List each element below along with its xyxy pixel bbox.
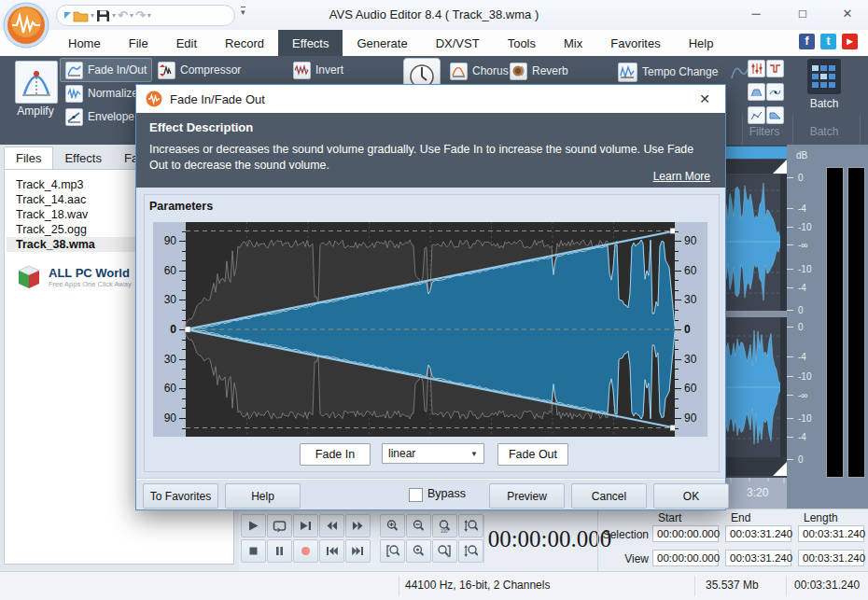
filter-eq-icon[interactable] (748, 60, 765, 77)
level-meter-right (847, 167, 865, 478)
filter-shelf-icon[interactable] (766, 106, 784, 124)
menu-tab-generate[interactable]: Generate (343, 30, 421, 56)
timeline-ruler[interactable]: 3:20 (726, 478, 787, 509)
zoom-selection-button[interactable] (406, 539, 431, 563)
maximize-button[interactable]: ☐ (789, 5, 817, 23)
panel-tab-effects[interactable]: Effects (53, 147, 113, 170)
chart-tick-label: 30 (164, 353, 176, 366)
to-favorites-button[interactable]: To Favorites (143, 483, 218, 509)
youtube-icon[interactable]: ▸ (842, 34, 858, 49)
menu-tab-effects[interactable]: Effects (278, 30, 343, 56)
forward-button[interactable] (345, 514, 371, 537)
tempo-change-button[interactable]: Tempo Change (612, 60, 723, 84)
selection-end-field[interactable]: 00:03:31.240 (725, 525, 791, 542)
facebook-icon[interactable]: f (799, 34, 815, 49)
play-to-end-button[interactable] (293, 514, 318, 537)
fade-in-out-button[interactable]: Fade In/Out (60, 58, 152, 82)
chart-tick-label: 60 (164, 382, 176, 395)
menu-tab-record[interactable]: Record (211, 30, 278, 56)
zoom-vertical-button[interactable] (458, 514, 483, 537)
amplify-button[interactable] (15, 61, 58, 104)
pan-bar-bottom[interactable] (726, 457, 787, 476)
menu-tab-dxvst[interactable]: DX/VST (422, 30, 494, 56)
allpcworld-logo: ALL PC World Free Apps One Click Away (17, 264, 132, 290)
go-to-end-button[interactable] (345, 539, 371, 563)
db-scale-label: -∞ (798, 390, 807, 400)
curve-type-select[interactable]: linear ▼ (382, 443, 484, 464)
menu-tab-help[interactable]: Help (675, 30, 728, 56)
chart-tick-label: 90 (684, 234, 696, 247)
dialog-close-icon[interactable]: ✕ (693, 91, 716, 106)
normalize-button[interactable]: Normalize (60, 81, 144, 105)
selection-length-field[interactable]: 00:03:31.240 (798, 525, 864, 542)
bypass-checkbox[interactable] (409, 488, 423, 502)
view-length-field[interactable]: 00:03:31.240 (798, 550, 864, 566)
compressor-icon (158, 62, 175, 79)
zoom-selection-end-button[interactable] (432, 539, 457, 563)
view-end-field[interactable]: 00:03:31.240 (725, 550, 791, 566)
play-button[interactable] (241, 514, 266, 537)
fade-in-button[interactable]: Fade In (300, 443, 371, 466)
record-button[interactable] (293, 539, 318, 563)
menu-tab-favorites[interactable]: Favorites (596, 30, 674, 56)
envelope-icon (65, 108, 83, 126)
help-button[interactable]: Help (225, 483, 301, 509)
batch-button[interactable] (807, 59, 841, 94)
overview-bar[interactable] (726, 147, 787, 159)
db-scale-label: -10 (798, 413, 811, 424)
fade-out-button[interactable]: Fade Out (497, 443, 568, 466)
zoom-vertical-button[interactable] (458, 539, 483, 563)
go-to-start-button[interactable] (319, 539, 344, 563)
view-start-field[interactable]: 00:00:00.000 (652, 550, 719, 566)
effect-description-heading: Effect Description (149, 120, 712, 134)
batch-label: Batch (798, 97, 850, 110)
menu-tab-tools[interactable]: Tools (494, 30, 550, 56)
chorus-icon (450, 63, 468, 80)
db-label: dB (796, 150, 807, 160)
cancel-button[interactable]: Cancel (571, 483, 647, 509)
chart-tick-label: 60 (164, 264, 176, 277)
reverb-button[interactable]: Reverb (504, 59, 574, 83)
envelope-button[interactable]: Envelope (60, 105, 140, 129)
compressor-button[interactable]: Compressor (152, 58, 246, 82)
rewind-button[interactable] (319, 514, 344, 537)
menu-tab-file[interactable]: File (115, 30, 162, 56)
status-total-length: 00:03:31.240 (794, 579, 860, 592)
window-title: AVS Audio Editor 8.4 ( Track_38.wma ) (0, 7, 868, 21)
timeline-label: 3:20 (747, 486, 768, 499)
learn-more-link[interactable]: Learn More (653, 170, 710, 183)
waveform-display[interactable] (726, 174, 787, 457)
selection-start-field[interactable]: 00:00:00.000 (652, 525, 719, 542)
menu-tab-mix[interactable]: Mix (550, 30, 596, 56)
db-scale-label: -10 (798, 371, 811, 382)
view-row-label: View (600, 552, 649, 565)
app-logo-icon[interactable] (3, 2, 49, 49)
zoom-in-button[interactable] (380, 514, 405, 537)
menu-tab-edit[interactable]: Edit (162, 30, 211, 56)
zoom-out-button[interactable] (406, 514, 431, 537)
filter-points-icon[interactable] (748, 106, 765, 124)
loop-button[interactable] (267, 514, 292, 537)
fade-chart-plot[interactable] (186, 222, 675, 437)
chart-tick-label: 90 (164, 234, 176, 247)
pause-button[interactable] (267, 539, 292, 563)
zoom-100-button[interactable]: 100 (432, 514, 457, 537)
preview-button[interactable]: Preview (489, 483, 565, 509)
ok-button[interactable]: OK (653, 483, 729, 509)
invert-button[interactable]: Invert (287, 58, 349, 82)
menu-tab-home[interactable]: Home (54, 30, 115, 56)
logo-title: ALL PC World (49, 266, 132, 280)
tempo-change-icon (618, 63, 637, 82)
minimize-button[interactable]: ─ (742, 5, 770, 23)
batch-group-label: Batch (798, 125, 850, 138)
panel-tab-files[interactable]: Files (4, 147, 53, 170)
position-header: Length (804, 511, 838, 524)
stop-button[interactable] (241, 539, 266, 563)
filter-bandpass-icon[interactable] (748, 83, 765, 101)
filter-notch-icon[interactable] (766, 60, 784, 77)
zoom-selection-start-button[interactable] (380, 539, 405, 563)
twitter-icon[interactable]: t (820, 34, 836, 49)
close-button[interactable]: ✕ (833, 5, 861, 23)
filter-curve-icon[interactable] (766, 83, 784, 101)
pan-bar-top[interactable] (726, 160, 787, 174)
